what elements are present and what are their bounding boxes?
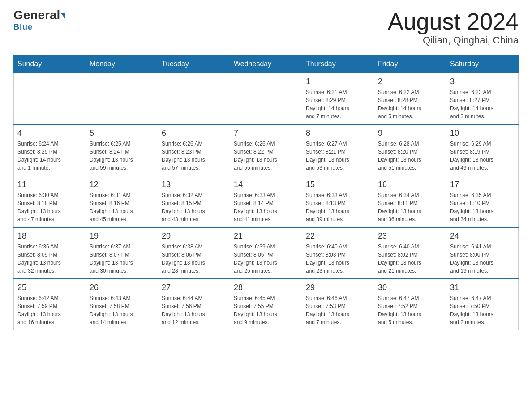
table-row: 26Sunrise: 6:43 AMSunset: 7:58 PMDayligh…	[86, 279, 158, 330]
day-number: 13	[162, 180, 226, 189]
calendar-week-row: 25Sunrise: 6:42 AMSunset: 7:59 PMDayligh…	[14, 279, 519, 330]
logo-general-text: General	[13, 9, 65, 21]
day-number: 28	[234, 283, 298, 292]
table-row	[14, 73, 86, 124]
logo: General Blue	[13, 9, 65, 32]
calendar-week-row: 11Sunrise: 6:30 AMSunset: 8:18 PMDayligh…	[14, 176, 519, 227]
day-info: Sunrise: 6:31 AMSunset: 8:16 PMDaylight:…	[90, 191, 154, 223]
col-wednesday: Wednesday	[230, 56, 302, 73]
col-monday: Monday	[86, 56, 158, 73]
day-info: Sunrise: 6:26 AMSunset: 8:22 PMDaylight:…	[234, 140, 298, 172]
table-row: 9Sunrise: 6:28 AMSunset: 8:20 PMDaylight…	[374, 124, 446, 176]
table-row: 11Sunrise: 6:30 AMSunset: 8:18 PMDayligh…	[14, 176, 86, 227]
table-row	[230, 73, 302, 124]
day-info: Sunrise: 6:23 AMSunset: 8:27 PMDaylight:…	[450, 88, 515, 120]
day-info: Sunrise: 6:22 AMSunset: 8:28 PMDaylight:…	[378, 88, 442, 120]
day-info: Sunrise: 6:28 AMSunset: 8:20 PMDaylight:…	[378, 140, 442, 172]
table-row: 3Sunrise: 6:23 AMSunset: 8:27 PMDaylight…	[446, 73, 519, 124]
table-row: 7Sunrise: 6:26 AMSunset: 8:22 PMDaylight…	[230, 124, 302, 176]
table-row: 15Sunrise: 6:33 AMSunset: 8:13 PMDayligh…	[302, 176, 374, 227]
day-info: Sunrise: 6:42 AMSunset: 7:59 PMDaylight:…	[17, 294, 82, 326]
col-thursday: Thursday	[302, 56, 374, 73]
day-number: 14	[234, 180, 298, 189]
day-number: 4	[17, 128, 82, 138]
day-info: Sunrise: 6:26 AMSunset: 8:23 PMDaylight:…	[162, 140, 226, 172]
day-info: Sunrise: 6:39 AMSunset: 8:05 PMDaylight:…	[234, 243, 298, 275]
day-info: Sunrise: 6:32 AMSunset: 8:15 PMDaylight:…	[162, 191, 226, 223]
page-header: General Blue August 2024 Qilian, Qinghai…	[13, 9, 519, 46]
table-row: 13Sunrise: 6:32 AMSunset: 8:15 PMDayligh…	[158, 176, 230, 227]
day-number: 19	[90, 231, 154, 241]
col-sunday: Sunday	[14, 56, 86, 73]
day-number: 27	[162, 283, 226, 292]
table-row: 10Sunrise: 6:29 AMSunset: 8:19 PMDayligh…	[446, 124, 519, 176]
table-row: 20Sunrise: 6:38 AMSunset: 8:06 PMDayligh…	[158, 227, 230, 279]
day-number: 18	[17, 231, 82, 241]
day-info: Sunrise: 6:29 AMSunset: 8:19 PMDaylight:…	[450, 140, 515, 172]
day-info: Sunrise: 6:44 AMSunset: 7:56 PMDaylight:…	[162, 294, 226, 326]
calendar-week-row: 18Sunrise: 6:36 AMSunset: 8:09 PMDayligh…	[14, 227, 519, 279]
day-number: 8	[306, 128, 370, 138]
day-number: 5	[90, 128, 154, 138]
table-row: 24Sunrise: 6:41 AMSunset: 8:00 PMDayligh…	[446, 227, 519, 279]
logo-triangle-icon	[61, 13, 65, 19]
day-number: 9	[378, 128, 442, 138]
table-row: 27Sunrise: 6:44 AMSunset: 7:56 PMDayligh…	[158, 279, 230, 330]
table-row: 14Sunrise: 6:33 AMSunset: 8:14 PMDayligh…	[230, 176, 302, 227]
day-number: 20	[162, 231, 226, 241]
day-info: Sunrise: 6:34 AMSunset: 8:11 PMDaylight:…	[378, 191, 442, 223]
day-number: 15	[306, 180, 370, 189]
calendar-week-row: 1Sunrise: 6:21 AMSunset: 8:29 PMDaylight…	[14, 73, 519, 124]
col-tuesday: Tuesday	[158, 56, 230, 73]
day-number: 16	[378, 180, 442, 189]
day-number: 24	[450, 231, 515, 241]
day-number: 17	[450, 180, 515, 189]
table-row: 1Sunrise: 6:21 AMSunset: 8:29 PMDaylight…	[302, 73, 374, 124]
day-info: Sunrise: 6:35 AMSunset: 8:10 PMDaylight:…	[450, 191, 515, 223]
day-number: 29	[306, 283, 370, 292]
day-number: 30	[378, 283, 442, 292]
day-info: Sunrise: 6:46 AMSunset: 7:53 PMDaylight:…	[306, 294, 370, 326]
day-number: 7	[234, 128, 298, 138]
table-row: 2Sunrise: 6:22 AMSunset: 8:28 PMDaylight…	[374, 73, 446, 124]
day-number: 3	[450, 77, 515, 86]
day-info: Sunrise: 6:38 AMSunset: 8:06 PMDaylight:…	[162, 243, 226, 275]
day-info: Sunrise: 6:24 AMSunset: 8:25 PMDaylight:…	[17, 140, 82, 172]
table-row: 31Sunrise: 6:47 AMSunset: 7:50 PMDayligh…	[446, 279, 519, 330]
logo-blue-text: Blue	[13, 22, 33, 32]
table-row: 21Sunrise: 6:39 AMSunset: 8:05 PMDayligh…	[230, 227, 302, 279]
col-friday: Friday	[374, 56, 446, 73]
table-row: 6Sunrise: 6:26 AMSunset: 8:23 PMDaylight…	[158, 124, 230, 176]
table-row: 4Sunrise: 6:24 AMSunset: 8:25 PMDaylight…	[14, 124, 86, 176]
location-title: Qilian, Qinghai, China	[388, 34, 519, 46]
table-row	[86, 73, 158, 124]
day-number: 23	[378, 231, 442, 241]
table-row: 18Sunrise: 6:36 AMSunset: 8:09 PMDayligh…	[14, 227, 86, 279]
table-row: 12Sunrise: 6:31 AMSunset: 8:16 PMDayligh…	[86, 176, 158, 227]
calendar-header-row: Sunday Monday Tuesday Wednesday Thursday…	[14, 56, 519, 73]
table-row: 25Sunrise: 6:42 AMSunset: 7:59 PMDayligh…	[14, 279, 86, 330]
day-number: 1	[306, 77, 370, 86]
calendar-title-area: August 2024 Qilian, Qinghai, China	[388, 9, 519, 46]
table-row: 23Sunrise: 6:40 AMSunset: 8:02 PMDayligh…	[374, 227, 446, 279]
table-row: 30Sunrise: 6:47 AMSunset: 7:52 PMDayligh…	[374, 279, 446, 330]
day-info: Sunrise: 6:33 AMSunset: 8:13 PMDaylight:…	[306, 191, 370, 223]
calendar-table: Sunday Monday Tuesday Wednesday Thursday…	[13, 55, 519, 330]
table-row: 16Sunrise: 6:34 AMSunset: 8:11 PMDayligh…	[374, 176, 446, 227]
col-saturday: Saturday	[446, 56, 519, 73]
day-info: Sunrise: 6:36 AMSunset: 8:09 PMDaylight:…	[17, 243, 82, 275]
day-number: 2	[378, 77, 442, 86]
day-info: Sunrise: 6:21 AMSunset: 8:29 PMDaylight:…	[306, 88, 370, 120]
day-info: Sunrise: 6:27 AMSunset: 8:21 PMDaylight:…	[306, 140, 370, 172]
month-title: August 2024	[388, 9, 519, 34]
day-number: 26	[90, 283, 154, 292]
table-row: 22Sunrise: 6:40 AMSunset: 8:03 PMDayligh…	[302, 227, 374, 279]
table-row: 5Sunrise: 6:25 AMSunset: 8:24 PMDaylight…	[86, 124, 158, 176]
day-info: Sunrise: 6:25 AMSunset: 8:24 PMDaylight:…	[90, 140, 154, 172]
table-row: 19Sunrise: 6:37 AMSunset: 8:07 PMDayligh…	[86, 227, 158, 279]
day-number: 12	[90, 180, 154, 189]
day-info: Sunrise: 6:41 AMSunset: 8:00 PMDaylight:…	[450, 243, 515, 275]
day-number: 25	[17, 283, 82, 292]
table-row	[158, 73, 230, 124]
table-row: 17Sunrise: 6:35 AMSunset: 8:10 PMDayligh…	[446, 176, 519, 227]
